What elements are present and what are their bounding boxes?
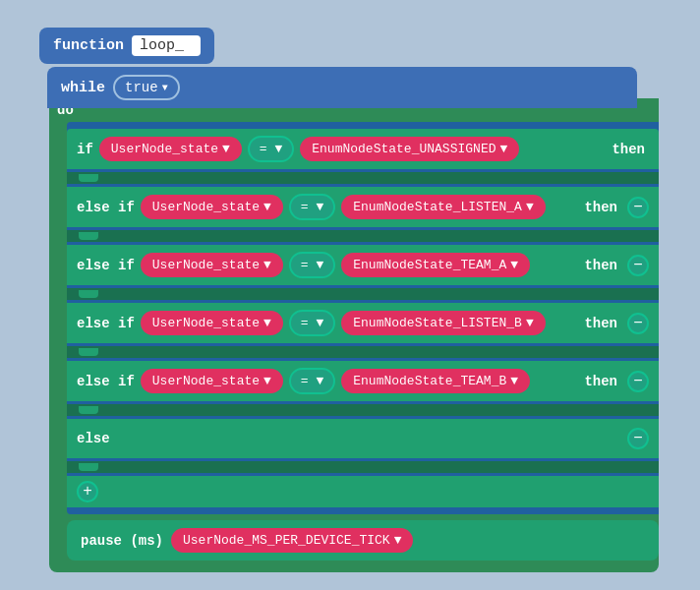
spacer-0 (67, 172, 659, 184)
function-block: function (39, 28, 214, 64)
dropdown-arrow-0: ▼ (222, 142, 230, 156)
else-if-keyword-1: else if (77, 200, 135, 215)
val-pill-0[interactable]: EnumNodeState_UNASSIGNED ▼ (300, 137, 519, 161)
val-pill-4[interactable]: EnumNodeState_TEAM_B ▼ (341, 369, 530, 393)
val-label-2: EnumNodeState_TEAM_A (353, 258, 506, 272)
var-label-0: UserNode_state (111, 142, 218, 156)
var-pill-2[interactable]: UserNode_state ▼ (141, 253, 283, 277)
spacer-4 (67, 404, 659, 416)
spacer-bump-4 (79, 406, 98, 414)
condition-row-4: else if UserNode_state ▼ = ▼ EnumNodeSta… (67, 361, 659, 401)
val-dropdown-1: ▼ (526, 200, 534, 214)
pause-var-pill[interactable]: UserNode_MS_PER_DEVICE_TICK ▼ (171, 528, 413, 553)
while-block: while true ▼ (47, 67, 637, 108)
plus-row: + (67, 476, 659, 507)
var-label-4: UserNode_state (152, 374, 260, 388)
spacer-else (67, 461, 659, 473)
chevron-down-icon: ▼ (162, 83, 168, 93)
if-keyword-0: if (77, 142, 93, 157)
workspace: { "function_block": { "label": "function… (0, 0, 700, 590)
val-dropdown-3: ▼ (526, 316, 534, 330)
function-keyword: function (53, 37, 124, 54)
op-pill-0[interactable]: = ▼ (248, 136, 294, 162)
else-keyword: else (77, 431, 110, 446)
dropdown-arrow-4: ▼ (263, 374, 271, 388)
remove-condition-3[interactable]: − (627, 313, 649, 334)
pause-block: pause (ms) UserNode_MS_PER_DEVICE_TICK ▼ (67, 520, 659, 560)
else-if-keyword-2: else if (77, 258, 135, 273)
function-name-input[interactable] (132, 35, 201, 56)
remove-else[interactable]: − (627, 428, 649, 449)
spacer-3 (67, 346, 659, 358)
remove-condition-1[interactable]: − (627, 197, 649, 218)
spacer-bump-else (79, 463, 98, 471)
then-label-0: then (612, 142, 649, 157)
add-condition-button[interactable]: + (77, 481, 98, 502)
dropdown-arrow-2: ▼ (263, 258, 271, 272)
while-condition-dropdown[interactable]: true ▼ (113, 75, 180, 100)
var-label-3: UserNode_state (152, 316, 260, 330)
then-label-4: then (584, 374, 621, 389)
op-pill-4[interactable]: = ▼ (289, 368, 335, 394)
then-label-3: then (584, 316, 621, 331)
pause-keyword: pause (ms) (81, 533, 163, 549)
val-dropdown-4: ▼ (510, 374, 518, 388)
dropdown-arrow-3: ▼ (263, 316, 271, 330)
op-label-1: = ▼ (301, 200, 323, 214)
spacer-bump-3 (79, 348, 98, 356)
val-pill-2[interactable]: EnumNodeState_TEAM_A ▼ (341, 253, 530, 277)
remove-condition-4[interactable]: − (627, 371, 649, 392)
condition-row-0: if UserNode_state ▼ = ▼ EnumNodeState_UN… (67, 129, 659, 169)
val-label-3: EnumNodeState_LISTEN_B (353, 316, 522, 330)
while-header: while true ▼ (47, 67, 637, 108)
remove-condition-2[interactable]: − (627, 255, 649, 276)
op-label-0: = ▼ (260, 142, 282, 156)
var-pill-1[interactable]: UserNode_state ▼ (141, 195, 283, 219)
else-row: else − (67, 419, 659, 458)
condition-row-1: else if UserNode_state ▼ = ▼ EnumNodeSta… (67, 187, 659, 227)
op-pill-2[interactable]: = ▼ (289, 252, 335, 278)
val-label-0: EnumNodeState_UNASSIGNED (312, 142, 496, 156)
spacer-2 (67, 288, 659, 300)
spacer-bump-2 (79, 290, 98, 298)
then-label-1: then (584, 200, 621, 215)
val-dropdown-2: ▼ (510, 258, 518, 272)
condition-row-3: else if UserNode_state ▼ = ▼ EnumNodeSta… (67, 303, 659, 343)
var-label-1: UserNode_state (152, 200, 260, 214)
var-label-2: UserNode_state (152, 258, 260, 272)
var-pill-3[interactable]: UserNode_state ▼ (141, 311, 283, 335)
op-label-3: = ▼ (301, 316, 323, 330)
pause-var-label: UserNode_MS_PER_DEVICE_TICK (183, 533, 390, 548)
do-inner-container: if UserNode_state ▼ = ▼ EnumNodeState_UN… (67, 122, 659, 514)
val-label-1: EnumNodeState_LISTEN_A (353, 200, 522, 214)
else-if-keyword-3: else if (77, 316, 135, 331)
spacer-1 (67, 230, 659, 242)
condition-row-2: else if UserNode_state ▼ = ▼ EnumNodeSta… (67, 245, 659, 285)
dropdown-arrow-1: ▼ (263, 200, 271, 214)
val-dropdown-0: ▼ (499, 142, 507, 156)
var-pill-4[interactable]: UserNode_state ▼ (141, 369, 283, 393)
spacer-bump-0 (79, 174, 98, 182)
op-label-2: = ▼ (301, 258, 323, 272)
val-label-4: EnumNodeState_TEAM_B (353, 374, 506, 388)
val-pill-1[interactable]: EnumNodeState_LISTEN_A ▼ (341, 195, 545, 219)
while-keyword: while (61, 80, 105, 96)
spacer-bump-1 (79, 232, 98, 240)
op-pill-1[interactable]: = ▼ (289, 194, 335, 220)
while-condition-value: true (125, 80, 158, 95)
val-pill-3[interactable]: EnumNodeState_LISTEN_B ▼ (341, 311, 545, 335)
then-label-2: then (584, 258, 621, 273)
op-label-4: = ▼ (301, 374, 323, 388)
else-if-keyword-4: else if (77, 374, 135, 389)
do-block: do if UserNode_state ▼ = ▼ EnumNodeState… (49, 98, 659, 572)
op-pill-3[interactable]: = ▼ (289, 310, 335, 336)
var-pill-0[interactable]: UserNode_state ▼ (99, 137, 242, 161)
pause-dropdown-arrow: ▼ (394, 533, 402, 548)
